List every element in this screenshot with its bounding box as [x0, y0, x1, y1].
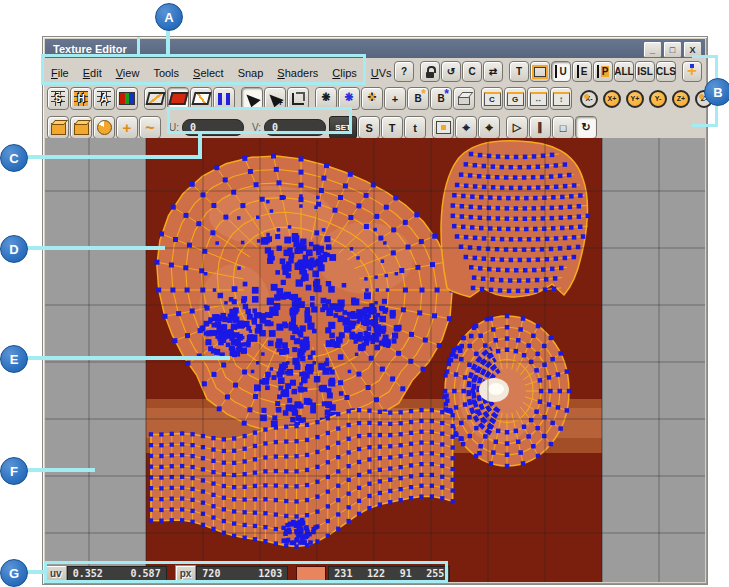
show-e-toggle[interactable]: E: [572, 61, 592, 82]
u-input[interactable]: [182, 119, 244, 136]
cube-view-icon[interactable]: [453, 87, 475, 110]
menu-file[interactable]: File: [51, 67, 69, 79]
show-p-toggle[interactable]: P: [593, 61, 613, 82]
projection-buttons: +~: [46, 116, 161, 139]
callout-g: G: [0, 559, 28, 587]
rgb-display-icon[interactable]: [116, 87, 138, 110]
points-grid-icon[interactable]: [682, 61, 702, 82]
v-input[interactable]: [264, 119, 326, 136]
callout-c: C: [0, 144, 28, 172]
px-readout: 720 1203: [196, 566, 288, 581]
rotate-x-minus-button[interactable]: X-: [578, 87, 600, 110]
texture-outline-quad-icon[interactable]: [190, 87, 212, 110]
help-button[interactable]: ?: [394, 61, 414, 82]
tile-t-button[interactable]: T: [509, 61, 529, 82]
uv-readout-label: uv: [45, 565, 67, 582]
uv-canvas[interactable]: [45, 138, 705, 582]
select-all-button[interactable]: ALL: [614, 61, 634, 82]
texture-quad-icon[interactable]: [144, 87, 166, 110]
title-bar[interactable]: Texture Editor _□X: [45, 39, 705, 58]
front-projection-icon[interactable]: [70, 116, 92, 139]
rotate-x-plus-button[interactable]: X+: [601, 87, 623, 110]
loop-button[interactable]: ↻: [575, 116, 597, 139]
callout-c-line: [26, 155, 200, 159]
spherical-projection-icon[interactable]: ~: [139, 116, 161, 139]
fit-horizontal-button[interactable]: ↔: [527, 87, 549, 110]
window-title: Texture Editor: [53, 43, 127, 55]
crop-tool-icon[interactable]: [287, 87, 309, 110]
uv-bars-icon[interactable]: [213, 87, 235, 110]
menu-snap[interactable]: Snap: [238, 67, 264, 79]
callout-f: F: [0, 457, 28, 485]
show-u-toggle[interactable]: U: [551, 61, 571, 82]
rotate-z-plus-button[interactable]: Z+: [670, 87, 692, 110]
menu-view[interactable]: View: [116, 67, 140, 79]
pivot-icon[interactable]: ⌖: [455, 116, 477, 139]
menu-items: FileEditViewToolsSelectSnapShadersClipsU…: [45, 67, 392, 79]
title-highlight-edge: [137, 37, 140, 55]
frame-dot-icon[interactable]: [432, 116, 454, 139]
callout-a: A: [155, 3, 183, 31]
cycle-uvs-icon[interactable]: ↺: [441, 61, 461, 82]
minimize-button[interactable]: _: [643, 41, 662, 58]
menu-clips[interactable]: Clips: [332, 67, 356, 79]
callout-d-line: [26, 246, 165, 250]
uv-u-value: 0.352: [73, 568, 103, 579]
callout-b-bracket-bottom: [692, 124, 718, 127]
status-bar: uv 0.352 0.587 px 720 1203 231 122 91 25…: [45, 564, 453, 583]
select-cursor-icon[interactable]: [241, 87, 263, 110]
select-island-button[interactable]: ISL: [635, 61, 655, 82]
move-cursor-icon[interactable]: +: [264, 87, 286, 110]
v-input-group: V:: [252, 119, 326, 136]
callout-b: B: [704, 78, 729, 106]
cylindrical-projection-icon[interactable]: [93, 116, 115, 139]
callout-d: D: [0, 235, 28, 263]
frame-c-button[interactable]: C: [481, 87, 503, 110]
menu-tools[interactable]: Tools: [153, 67, 179, 79]
rotate-y-plus-button[interactable]: Y+: [624, 87, 646, 110]
add-points-button[interactable]: +: [384, 87, 406, 110]
transform-t-button[interactable]: T: [381, 116, 403, 139]
menu-select[interactable]: Select: [193, 67, 224, 79]
grid-s-toggle[interactable]: S: [47, 87, 69, 110]
grid-a-toggle[interactable]: A: [93, 87, 115, 110]
toolbar-top-right: ?↺C⇄TUEPALLISLCLS: [393, 61, 702, 82]
grid-h-toggle[interactable]: H: [70, 87, 92, 110]
stop-button[interactable]: □: [552, 116, 574, 139]
swap-uvs-icon[interactable]: ⇄: [483, 61, 503, 82]
texture-red-quad-icon[interactable]: [167, 87, 189, 110]
maximize-button[interactable]: □: [663, 41, 682, 58]
rotate-y-minus-button[interactable]: Y-: [647, 87, 669, 110]
set-button[interactable]: SET: [329, 116, 357, 139]
pause-button[interactable]: ∥: [529, 116, 551, 139]
rgba-a-value: 255: [426, 568, 444, 579]
color-swatch: [296, 566, 326, 581]
copy-uvs-button[interactable]: C: [462, 61, 482, 82]
callout-e-line: [26, 356, 230, 360]
rgba-g-value: 122: [367, 568, 385, 579]
select-cluster-button[interactable]: CLS: [656, 61, 676, 82]
menu-shaders[interactable]: Shaders: [277, 67, 318, 79]
spread-points-icon[interactable]: [361, 87, 383, 110]
lock-icon[interactable]: [420, 61, 440, 82]
transform-t2-button[interactable]: t: [404, 116, 426, 139]
collapse-points-icon[interactable]: [315, 87, 337, 110]
menu-uvs[interactable]: UVs: [371, 67, 392, 79]
fit-vertical-button[interactable]: ↕: [550, 87, 572, 110]
expand-points-icon[interactable]: [338, 87, 360, 110]
menu-bar: FileEditViewToolsSelectSnapShadersClipsU…: [45, 58, 705, 87]
rgba-b-value: 91: [400, 568, 412, 579]
play-button[interactable]: ▷: [506, 116, 528, 139]
texture-frame-icon[interactable]: [530, 61, 550, 82]
toolbar-row-3: +~ U: V: SET STt⌖⌖▷∥□↻: [46, 114, 705, 141]
menu-edit[interactable]: Edit: [83, 67, 102, 79]
subdivide-s-button[interactable]: S: [358, 116, 380, 139]
boundary-split-icon[interactable]: B*: [407, 87, 429, 110]
boundary-split-alt-icon[interactable]: B*: [430, 87, 452, 110]
frame-g-button[interactable]: G: [504, 87, 526, 110]
planar-projection-icon[interactable]: +: [116, 116, 138, 139]
rgba-r-value: 231: [334, 568, 352, 579]
box-projection-icon[interactable]: [47, 116, 69, 139]
pivot-rotate-icon[interactable]: ⌖: [478, 116, 500, 139]
texture-editor-window: Texture Editor _□X FileEditViewToolsSele…: [42, 36, 708, 585]
